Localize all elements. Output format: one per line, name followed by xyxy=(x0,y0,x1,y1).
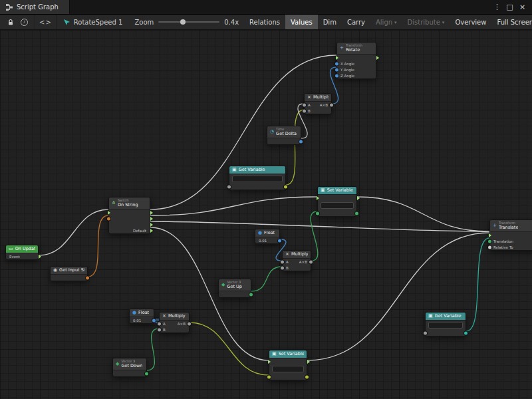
edge-get-variable-2-to-translate[interactable] xyxy=(466,238,489,331)
value-port-right[interactable] xyxy=(309,260,313,263)
edge-get-up-to-multiply-2[interactable] xyxy=(251,267,282,291)
edge-get-variable-1-to-multiply-1[interactable] xyxy=(286,110,304,185)
node-header[interactable]: ◆Vector 3Get Down xyxy=(113,358,146,370)
flow-port-left[interactable] xyxy=(489,233,491,237)
flow-port-right[interactable] xyxy=(150,223,153,227)
value-port-left[interactable] xyxy=(281,266,284,269)
node-header[interactable]: ×Multiply xyxy=(305,94,331,102)
value-port-right[interactable] xyxy=(299,140,303,143)
variable-name-field[interactable] xyxy=(272,366,304,372)
maximize-icon[interactable]: □ xyxy=(504,3,515,11)
close-icon[interactable]: × xyxy=(517,3,528,11)
code-preview-button[interactable]: <> xyxy=(35,15,57,29)
value-port-right[interactable] xyxy=(284,185,287,188)
info-button[interactable]: i xyxy=(17,15,31,29)
node-header[interactable]: ●Float xyxy=(255,229,279,237)
graph-node-rotate[interactable]: +TransformRotateX AngleY AngleZ Angle xyxy=(336,42,376,79)
flow-port-left[interactable] xyxy=(317,196,319,200)
value-port-left[interactable] xyxy=(267,375,271,378)
node-header[interactable]: ×Multiply xyxy=(283,251,311,259)
node-header[interactable]: ▣Get Variable xyxy=(426,313,466,321)
value-port-right[interactable] xyxy=(145,372,148,375)
toolbar-button-full-screen[interactable]: Full Screen xyxy=(491,15,532,29)
zoom-slider[interactable] xyxy=(158,21,219,23)
graph-node-set-variable-2[interactable]: ▣Set Variable xyxy=(269,350,307,380)
value-port-right[interactable] xyxy=(86,276,89,279)
flow-port-right[interactable] xyxy=(150,211,153,215)
graph-node-get-variable-1[interactable]: ▣Get Variable xyxy=(229,166,286,190)
value-port-left[interactable] xyxy=(488,239,491,243)
node-header[interactable]: ◔TimeGet Delta Time xyxy=(267,126,301,138)
value-port-left[interactable] xyxy=(316,211,319,215)
flow-port-right[interactable] xyxy=(150,217,153,221)
variable-name-field[interactable] xyxy=(428,322,463,329)
node-header[interactable]: +TransformTranslate xyxy=(490,220,532,232)
flow-port-right[interactable] xyxy=(307,360,310,364)
edge-get-input-to-switch[interactable] xyxy=(88,215,108,277)
graph-node-get-input-string[interactable]: ◉Get Input Strin xyxy=(50,266,88,281)
flow-port-left[interactable] xyxy=(336,56,338,60)
graph-node-multiply-1[interactable]: ×MultiplyAA×BB xyxy=(304,93,332,114)
value-port-left[interactable] xyxy=(303,109,306,112)
edge-switch-to-translate[interactable] xyxy=(150,221,489,231)
node-header[interactable]: ◉Get Input Strin xyxy=(51,267,87,275)
node-header[interactable]: ▣Get Variable xyxy=(229,166,285,174)
graph-node-translate[interactable]: +TransformTranslateTranslationRelative T… xyxy=(489,219,532,251)
flow-port-right[interactable] xyxy=(39,255,41,259)
value-port-right[interactable] xyxy=(355,211,358,215)
zoom-slider-handle[interactable] xyxy=(180,19,186,25)
value-port-right[interactable] xyxy=(464,331,467,334)
value-port-left[interactable] xyxy=(488,245,491,249)
graph-node-on-update[interactable]: ▭On UpdateEvent xyxy=(5,245,39,260)
graph-node-set-variable-1[interactable]: ▣Set Variable xyxy=(317,186,357,217)
graph-node-vector3-get-up[interactable]: ◆Vector 3Get Up xyxy=(218,279,251,298)
graph-node-float-1[interactable]: ●Float0.01 xyxy=(255,229,280,244)
value-port-left[interactable] xyxy=(335,68,338,71)
value-port-right[interactable] xyxy=(330,103,333,106)
graph-node-switch-on-string[interactable]: ⋔SwitchOn StringDefault xyxy=(108,197,150,234)
value-port-right[interactable] xyxy=(152,319,156,322)
value-port-left[interactable] xyxy=(158,328,161,331)
flow-port-left[interactable] xyxy=(268,360,271,364)
graph-canvas[interactable]: +TransformRotateX AngleY AngleZ Angle×Mu… xyxy=(0,30,532,399)
flow-port-right[interactable] xyxy=(376,56,379,60)
flow-port-right[interactable] xyxy=(357,196,360,200)
value-port-left[interactable] xyxy=(335,62,338,65)
value-port-left[interactable] xyxy=(227,185,231,188)
flow-port-right[interactable] xyxy=(150,229,153,233)
value-port-right[interactable] xyxy=(305,375,309,378)
variable-name-field[interactable] xyxy=(232,176,283,182)
toolbar-button-carry[interactable]: Carry xyxy=(342,15,370,29)
node-header[interactable]: ▣Set Variable xyxy=(318,187,356,195)
node-header[interactable]: ▭On Update xyxy=(6,245,38,253)
value-port-left[interactable] xyxy=(335,74,338,77)
flow-port-left[interactable] xyxy=(108,211,110,215)
value-port-left[interactable] xyxy=(303,103,306,106)
edge-set-variable-1-to-translate[interactable] xyxy=(357,197,489,231)
variable-name-field[interactable] xyxy=(321,202,354,209)
value-port-left[interactable] xyxy=(424,331,427,334)
tab-script-graph[interactable]: Script Graph xyxy=(0,0,70,14)
value-port-right[interactable] xyxy=(249,293,253,296)
lock-button[interactable] xyxy=(4,15,17,29)
toolbar-button-values[interactable]: Values xyxy=(285,15,318,29)
value-port-left[interactable] xyxy=(107,217,110,220)
value-port-right[interactable] xyxy=(278,239,281,242)
edge-switch-to-set-variable-1[interactable] xyxy=(150,197,317,215)
node-header[interactable]: ◆Vector 3Get Up xyxy=(219,279,251,291)
node-header[interactable]: ▣Set Variable xyxy=(269,350,307,358)
toolbar-button-relations[interactable]: Relations xyxy=(244,15,285,29)
value-port-left[interactable] xyxy=(281,260,284,263)
node-header[interactable]: ⋔SwitchOn String xyxy=(109,198,150,209)
edge-multiply-2-to-set-variable-1[interactable] xyxy=(311,211,318,261)
node-header[interactable]: +TransformRotate xyxy=(337,43,376,55)
graph-node-get-delta-time[interactable]: ◔TimeGet Delta Time xyxy=(267,126,301,145)
graph-node-vector3-get-down[interactable]: ◆Vector 3Get Down xyxy=(112,358,147,377)
edge-set-variable-2-to-translate[interactable] xyxy=(307,233,489,360)
graph-node-float-2[interactable]: ●Float0.01 xyxy=(129,309,154,324)
node-header[interactable]: ×Multiply xyxy=(160,313,189,321)
toolbar-button-dim[interactable]: Dim xyxy=(318,15,342,29)
edge-multiply-3-to-set-variable-2[interactable] xyxy=(190,323,269,375)
graph-node-get-variable-2[interactable]: ▣Get Variable xyxy=(425,312,466,336)
edge-get-down-to-multiply-3[interactable] xyxy=(147,329,159,370)
